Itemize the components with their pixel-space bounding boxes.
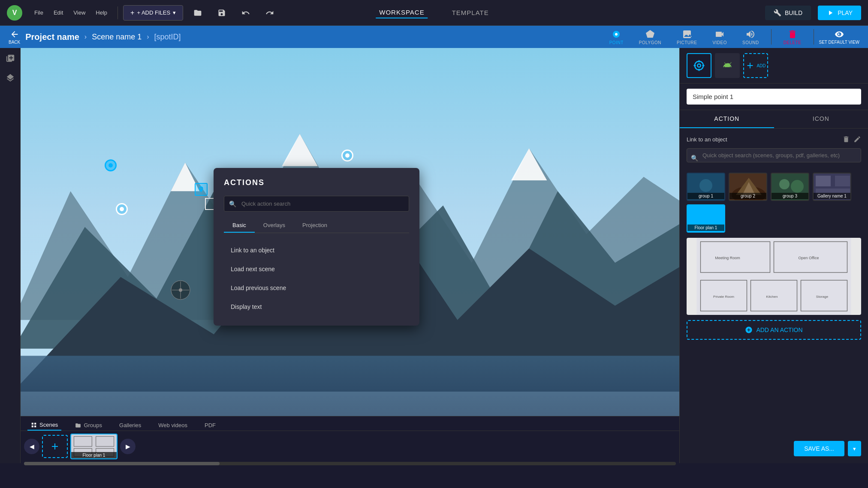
floor-plan-preview: Meeting Room Open Office Private Room Ki… (687, 238, 861, 315)
add-files-chevron: ▾ (173, 9, 176, 16)
action-tab-basic[interactable]: Basic (224, 219, 255, 233)
menu-help[interactable]: Help (96, 9, 107, 16)
canvas-container[interactable]: ACTIONS 🔍 Basic Overlays Projection Link… (21, 48, 679, 463)
icon-thumb-android[interactable] (715, 53, 740, 78)
panel-tab-action[interactable]: ACTION (680, 110, 774, 128)
edit-link-icon[interactable] (853, 135, 861, 143)
bottom-scrollbar-wrapper (21, 462, 679, 465)
link-object-section: Link to an object (687, 135, 861, 143)
svg-rect-40 (835, 176, 850, 186)
selected-hotspot[interactable] (195, 183, 208, 196)
hotspot-2[interactable] (116, 203, 128, 215)
menu-view[interactable]: View (73, 9, 85, 16)
breadcrumb-bar: BACK Project name › Scene name 1 › [spot… (0, 26, 868, 48)
point-name-input[interactable] (687, 89, 861, 105)
tab-galleries[interactable]: Galleries (116, 420, 145, 431)
obj-group1[interactable]: group 1 (687, 173, 725, 201)
obj-group2[interactable]: group 2 (729, 173, 767, 201)
toolbar-tools: POINT POLYGON PICTURE VIDEO SOUND DELETE… (603, 27, 859, 47)
actions-modal: ACTIONS 🔍 Basic Overlays Projection Link… (214, 168, 419, 326)
tab-scenes[interactable]: Scenes (27, 420, 61, 431)
tab-webvideos[interactable]: Web videos (155, 420, 191, 431)
action-load-prev[interactable]: Load previous scene (224, 279, 409, 296)
svg-point-36 (779, 179, 790, 189)
menu-edit[interactable]: Edit (54, 9, 63, 16)
redo-button[interactable] (260, 7, 279, 19)
action-load-next[interactable]: Load next scene (224, 260, 409, 278)
obj-group1-label: group 1 (687, 193, 724, 199)
svg-text:Private Room: Private Room (713, 295, 734, 299)
svg-point-37 (791, 180, 804, 193)
action-link-object[interactable]: Link to an object (224, 242, 409, 259)
delete-tool[interactable]: DELETE (777, 27, 808, 47)
back-button[interactable]: BACK (9, 30, 20, 45)
svg-point-23 (695, 61, 703, 70)
sound-tool[interactable]: SOUND (735, 27, 766, 47)
add-scene-button[interactable] (42, 435, 68, 458)
add-files-icon: + (130, 9, 134, 17)
spot-id: [spotID] (154, 33, 181, 42)
add-action-button[interactable]: ADD AN ACTION (687, 320, 861, 340)
obj-search-wrapper: 🔍 (687, 148, 861, 168)
breadcrumb-arrow2: › (147, 33, 149, 41)
add-files-button[interactable]: + + ADD FILES ▾ (123, 5, 183, 21)
scroll-left-arrow[interactable]: ◀ (24, 439, 39, 454)
picture-tool[interactable]: PICTURE (670, 27, 704, 47)
build-button[interactable]: BUILD (765, 6, 811, 20)
svg-point-13 (179, 288, 182, 292)
undo-button[interactable] (236, 7, 255, 19)
canvas-wrapper: ACTIONS 🔍 Basic Overlays Projection Link… (21, 48, 679, 463)
svg-rect-39 (816, 176, 831, 186)
obj-gallery1[interactable]: Gallery name 1 (813, 173, 851, 201)
actions-search-input[interactable] (224, 196, 409, 212)
action-display-text[interactable]: Display text (224, 298, 409, 315)
set-default-view-button[interactable]: SET DEFAULT VIEW (819, 30, 859, 45)
obj-search-icon: 🔍 (691, 155, 698, 162)
bottom-tabs: Scenes Groups Galleries Web videos PDF (21, 416, 679, 431)
menu-file[interactable]: File (34, 9, 43, 16)
hotspot-3[interactable] (341, 150, 353, 162)
save-button[interactable] (212, 7, 231, 19)
play-button[interactable]: PLAY (818, 6, 861, 20)
icon-thumb-target[interactable] (687, 53, 711, 78)
app-logo: V (7, 5, 22, 21)
save-dropdown-button[interactable]: ▾ (848, 441, 861, 456)
workspace-tab[interactable]: WORKSPACE (376, 7, 428, 18)
open-button[interactable] (188, 7, 207, 19)
scroll-right-arrow[interactable]: ▶ (120, 439, 136, 454)
point-name-bar (680, 84, 868, 110)
svg-rect-15 (34, 422, 36, 424)
add-icon-button[interactable]: ADD (743, 53, 768, 78)
tab-groups[interactable]: Groups (72, 420, 105, 431)
obj-group3[interactable]: group 3 (771, 173, 809, 201)
obj-gallery1-label: Gallery name 1 (814, 193, 850, 199)
actions-title: ACTIONS (224, 178, 409, 187)
template-tab[interactable]: TEMPLATE (449, 7, 492, 18)
panel-tab-icon[interactable]: ICON (774, 110, 868, 128)
obj-group2-label: group 2 (729, 193, 766, 199)
add-files-label: + ADD FILES (137, 9, 170, 16)
svg-rect-17 (34, 425, 36, 427)
obj-group3-label: group 3 (772, 193, 808, 199)
polygon-tool[interactable]: POLYGON (632, 27, 668, 47)
sidebar-layers-icon[interactable] (6, 73, 15, 85)
tab-pdf[interactable]: PDF (201, 420, 219, 431)
thumb-floor-plan[interactable]: Floor plan 1 (70, 434, 118, 459)
panel-tabs: ACTION ICON (680, 110, 868, 129)
obj-search-input[interactable] (687, 148, 861, 162)
save-as-button[interactable]: SAVE AS... (794, 441, 844, 456)
point-tool[interactable]: POINT (603, 27, 630, 47)
bottom-scrollbar[interactable] (24, 462, 676, 465)
action-list: Link to an object Load next scene Load p… (224, 242, 409, 315)
sidebar-scenes-icon[interactable] (6, 53, 15, 65)
action-tab-projection[interactable]: Projection (294, 219, 336, 233)
video-tool[interactable]: VIDEO (705, 27, 734, 47)
svg-text:Storage: Storage (816, 295, 829, 299)
svg-point-30 (699, 179, 712, 192)
actions-search-wrapper: 🔍 (224, 196, 409, 212)
action-tabs: Basic Overlays Projection (224, 219, 409, 233)
delete-link-icon[interactable] (842, 135, 850, 143)
obj-floorplan1[interactable]: Floor plan 1 (687, 204, 725, 233)
hotspot-1[interactable] (105, 159, 117, 171)
action-tab-overlays[interactable]: Overlays (255, 219, 294, 233)
